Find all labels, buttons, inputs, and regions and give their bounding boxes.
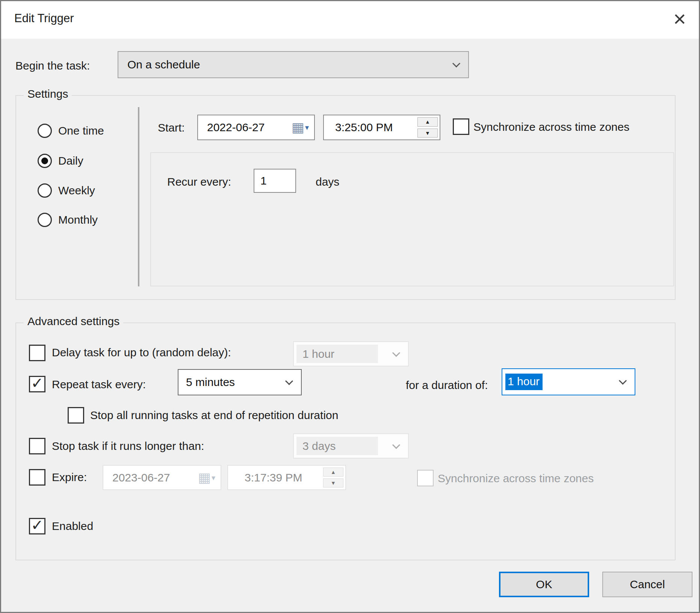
- spinner-up-button: ▲: [323, 468, 343, 477]
- dialog-title: Edit Trigger: [14, 12, 74, 25]
- chevron-down-icon: [392, 349, 400, 357]
- check-icon: ✓: [31, 375, 44, 391]
- spinner-down-button: ▼: [323, 478, 343, 487]
- stop-task-duration-value: 3 days: [296, 437, 378, 455]
- chevron-down-icon: [619, 377, 627, 384]
- start-time-field[interactable]: 3:25:00 PM ▲ ▼: [323, 115, 440, 140]
- recur-every-label: Recur every:: [167, 176, 231, 188]
- repeat-interval-value: 5 minutes: [186, 376, 235, 389]
- stop-task-checkbox[interactable]: [29, 438, 45, 454]
- duration-value: 1 hour: [505, 374, 543, 390]
- ok-button-label: OK: [536, 578, 552, 591]
- duration-dropdown[interactable]: 1 hour: [502, 368, 635, 395]
- check-icon: ✓: [31, 518, 44, 533]
- advanced-settings-group: Advanced settings Delay task for up to (…: [15, 322, 676, 560]
- sync-timezones-checkbox[interactable]: [453, 118, 469, 135]
- calendar-arrow-icon: ▾: [305, 123, 309, 132]
- arrow-up-icon: ▲: [331, 469, 336, 475]
- arrow-down-icon: ▼: [425, 130, 430, 136]
- calendar-picker-icon: ▦ ▾: [198, 466, 215, 489]
- start-time-value: 3:25:00 PM: [324, 121, 393, 134]
- delay-duration-value: 1 hour: [296, 345, 378, 363]
- start-label: Start:: [158, 121, 185, 134]
- stop-all-tasks-checkbox[interactable]: [68, 407, 84, 424]
- title-bar: Edit Trigger ×: [1, 1, 699, 39]
- cancel-button-label: Cancel: [630, 578, 665, 591]
- arrow-down-icon: ▼: [331, 480, 336, 486]
- expire-label: Expire:: [52, 471, 87, 484]
- recur-unit-label: days: [316, 176, 339, 188]
- begin-task-dropdown[interactable]: On a schedule: [118, 51, 469, 78]
- radio-one-time-label: One time: [58, 124, 104, 137]
- daily-settings-panel: Recur every: 1 days: [150, 152, 674, 286]
- stop-task-label: Stop task if it runs longer than:: [52, 440, 204, 453]
- settings-group: Settings One time Daily Weekly Monthly S…: [15, 95, 676, 300]
- ok-button[interactable]: OK: [499, 572, 589, 597]
- begin-task-label: Begin the task:: [15, 59, 90, 72]
- advanced-settings-group-label: Advanced settings: [24, 315, 123, 328]
- chevron-down-icon: [452, 59, 460, 67]
- stop-task-duration-dropdown: 3 days: [293, 433, 409, 459]
- recur-days-input[interactable]: 1: [254, 169, 296, 193]
- repeat-task-label: Repeat task every:: [52, 378, 146, 391]
- repeat-task-checkbox[interactable]: ✓: [29, 376, 45, 392]
- calendar-icon: ▦: [198, 471, 211, 484]
- expire-time-value: 3:17:39 PM: [228, 471, 302, 484]
- expire-sync-timezones-checkbox: [417, 470, 434, 486]
- arrow-up-icon: ▲: [425, 119, 430, 125]
- spinner-up-button[interactable]: ▲: [417, 117, 438, 127]
- edit-trigger-dialog: Edit Trigger × Begin the task: On a sche…: [0, 0, 700, 613]
- radio-one-time[interactable]: [38, 124, 52, 138]
- chevron-down-icon: [392, 441, 400, 449]
- delay-task-label: Delay task for up to (random delay):: [52, 346, 231, 359]
- radio-weekly-label: Weekly: [58, 184, 95, 197]
- expire-checkbox[interactable]: [29, 469, 45, 486]
- stop-all-tasks-label: Stop all running tasks at end of repetit…: [90, 409, 338, 422]
- repeat-interval-dropdown[interactable]: 5 minutes: [178, 369, 302, 395]
- enabled-label: Enabled: [52, 520, 93, 533]
- radio-daily[interactable]: [38, 154, 52, 168]
- expire-time-field: 3:17:39 PM ▲ ▼: [227, 465, 346, 490]
- radio-monthly-label: Monthly: [58, 213, 98, 226]
- delay-duration-dropdown: 1 hour: [293, 341, 409, 366]
- calendar-icon: ▦: [292, 121, 304, 134]
- radio-daily-label: Daily: [58, 154, 83, 167]
- expire-date-field: 2023-06-27 ▦ ▾: [103, 465, 221, 490]
- expire-sync-timezones-label: Synchronize across time zones: [438, 472, 594, 485]
- begin-task-value: On a schedule: [127, 58, 200, 71]
- enabled-checkbox[interactable]: ✓: [29, 518, 45, 534]
- expire-date-value: 2023-06-27: [103, 471, 170, 484]
- calendar-picker-icon[interactable]: ▦ ▾: [292, 115, 309, 139]
- start-date-field[interactable]: 2022-06-27 ▦ ▾: [197, 115, 315, 140]
- recur-days-value: 1: [254, 174, 267, 187]
- calendar-arrow-icon: ▾: [212, 473, 215, 482]
- start-date-value: 2022-06-27: [198, 121, 265, 134]
- close-button[interactable]: ×: [667, 6, 692, 31]
- settings-group-label: Settings: [24, 88, 72, 100]
- radio-monthly[interactable]: [38, 213, 52, 227]
- cancel-button[interactable]: Cancel: [602, 572, 692, 597]
- close-icon: ×: [673, 8, 686, 30]
- chevron-down-icon: [285, 377, 293, 385]
- settings-divider: [138, 107, 139, 286]
- expire-time-spinner: ▲ ▼: [323, 468, 343, 487]
- spinner-down-button[interactable]: ▼: [417, 129, 438, 138]
- radio-weekly[interactable]: [38, 183, 52, 198]
- duration-label: for a duration of:: [406, 379, 488, 392]
- sync-timezones-label: Synchronize across time zones: [473, 121, 629, 133]
- start-time-spinner: ▲ ▼: [417, 117, 438, 138]
- delay-task-checkbox[interactable]: [29, 345, 45, 361]
